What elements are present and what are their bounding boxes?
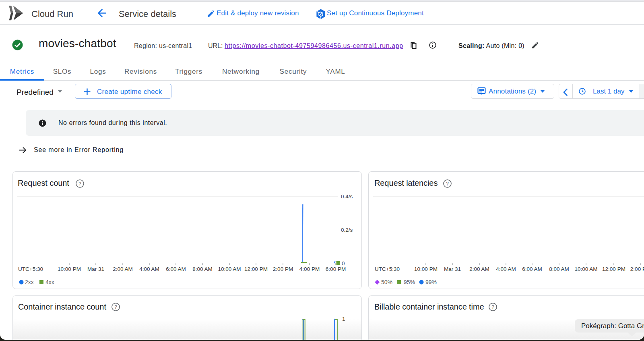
svg-text:0.4/s: 0.4/s [341, 193, 353, 200]
svg-text:12:00 PM: 12:00 PM [602, 266, 625, 272]
svg-text:6:00 AM: 6:00 AM [166, 266, 186, 272]
svg-text:2:00 AM: 2:00 AM [113, 266, 133, 272]
svg-text:10:00 PM: 10:00 PM [414, 266, 438, 272]
svg-text:4:00 AM: 4:00 AM [496, 266, 516, 272]
svg-text:4xx: 4xx [45, 279, 54, 285]
svg-text:10:00 PM: 10:00 PM [58, 266, 81, 272]
svg-text:50%: 50% [381, 279, 392, 285]
svg-text:4:00 PM: 4:00 PM [299, 266, 320, 272]
svg-text:0: 0 [342, 260, 345, 266]
svg-text:2:00 AM: 2:00 AM [469, 266, 489, 272]
svg-text:6:00 PM: 6:00 PM [326, 266, 346, 272]
svg-text:UTC+5:30: UTC+5:30 [18, 266, 43, 272]
svg-text:2:00 PM: 2:00 PM [630, 266, 644, 272]
svg-text:99%: 99% [425, 279, 437, 285]
svg-text:Mar 31: Mar 31 [87, 266, 104, 272]
svg-text:12:00 PM: 12:00 PM [244, 266, 268, 272]
svg-text:Mar 31: Mar 31 [444, 266, 461, 272]
svg-text:4:00 AM: 4:00 AM [139, 266, 159, 272]
svg-text:UTC+5:30: UTC+5:30 [375, 266, 400, 272]
svg-text:95%: 95% [404, 279, 415, 285]
svg-text:1: 1 [342, 316, 345, 322]
svg-text:2:00 PM: 2:00 PM [273, 266, 293, 272]
svg-text:10:00 AM: 10:00 AM [218, 266, 241, 272]
svg-text:8:00 AM: 8:00 AM [549, 266, 569, 272]
svg-text:0.2/s: 0.2/s [341, 227, 353, 233]
svg-text:10:00 AM: 10:00 AM [574, 266, 597, 272]
svg-text:6:00 AM: 6:00 AM [522, 266, 542, 272]
svg-text:2xx: 2xx [25, 279, 34, 285]
svg-text:8:00 AM: 8:00 AM [192, 266, 213, 272]
